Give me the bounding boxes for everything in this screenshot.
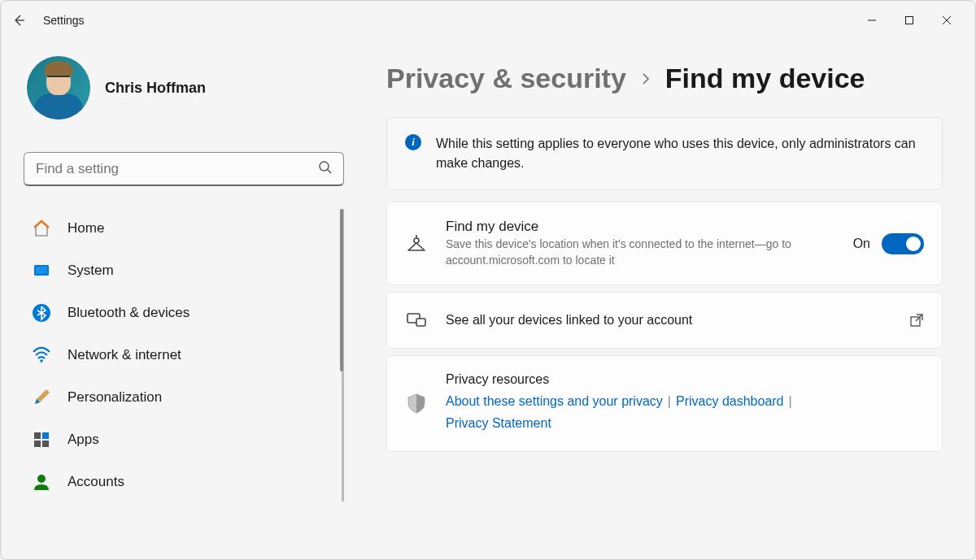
find-my-device-card: Find my device Save this device's locati… xyxy=(386,202,943,285)
svg-point-10 xyxy=(40,359,43,362)
svg-rect-12 xyxy=(42,432,49,439)
link-about-settings-privacy[interactable]: About these settings and your privacy xyxy=(446,394,663,408)
privacy-resources-card: Privacy resources About these settings a… xyxy=(386,355,943,451)
chevron-right-icon xyxy=(639,67,652,90)
sidebar-item-label: Home xyxy=(68,220,104,237)
main-content: Privacy & security Find my device i Whil… xyxy=(367,40,975,559)
svg-rect-8 xyxy=(36,267,47,274)
sidebar-item-bluetooth[interactable]: Bluetooth & devices xyxy=(24,293,342,332)
find-my-device-description: Save this device's location when it's co… xyxy=(446,237,835,268)
link-privacy-statement[interactable]: Privacy Statement xyxy=(446,416,551,430)
breadcrumb: Privacy & security Find my device xyxy=(386,63,943,94)
scrollbar[interactable] xyxy=(340,209,343,371)
svg-point-16 xyxy=(414,238,419,243)
shield-icon xyxy=(405,392,428,415)
location-pin-icon xyxy=(405,232,428,255)
find-my-device-toggle[interactable] xyxy=(882,233,924,254)
privacy-resources-links: About these settings and your privacy|Pr… xyxy=(446,390,924,434)
sidebar-item-label: Accounts xyxy=(68,474,124,490)
see-all-devices-card[interactable]: See all your devices linked to your acco… xyxy=(386,292,943,349)
svg-rect-14 xyxy=(42,441,49,447)
profile-name: Chris Hoffman xyxy=(105,80,206,97)
sidebar-item-system[interactable]: System xyxy=(24,251,342,290)
window-controls xyxy=(853,7,965,33)
nav-list: Home System Bluetooth & devices xyxy=(24,209,344,501)
privacy-resources-title: Privacy resources xyxy=(446,372,924,387)
titlebar: Settings xyxy=(1,1,975,40)
apps-icon xyxy=(32,430,51,449)
sidebar-item-network[interactable]: Network & internet xyxy=(24,336,342,375)
sidebar-item-label: Bluetooth & devices xyxy=(68,305,190,321)
titlebar-left: Settings xyxy=(11,12,85,28)
profile[interactable]: Chris Hoffman xyxy=(24,56,344,119)
personalization-icon xyxy=(32,388,51,407)
sidebar-item-label: Personalization xyxy=(68,389,162,406)
minimize-button[interactable] xyxy=(853,7,891,33)
maximize-button[interactable] xyxy=(891,7,928,33)
close-icon xyxy=(942,15,952,25)
arrow-left-icon xyxy=(11,13,26,28)
sidebar-item-accounts[interactable]: Accounts xyxy=(24,462,342,501)
svg-rect-2 xyxy=(906,17,913,24)
svg-rect-11 xyxy=(34,432,41,439)
search-input[interactable] xyxy=(24,152,344,186)
svg-point-5 xyxy=(320,162,329,171)
svg-rect-13 xyxy=(34,441,41,447)
search-box xyxy=(24,152,344,186)
minimize-icon xyxy=(867,15,877,25)
network-icon xyxy=(32,345,51,365)
close-button[interactable] xyxy=(928,7,965,33)
maximize-icon xyxy=(904,15,914,25)
sidebar-item-personalization[interactable]: Personalization xyxy=(24,378,342,417)
sidebar-item-label: Network & internet xyxy=(68,347,181,363)
system-icon xyxy=(32,261,51,280)
svg-line-6 xyxy=(328,170,332,174)
svg-rect-18 xyxy=(416,319,425,326)
bluetooth-icon xyxy=(32,303,51,323)
sidebar-item-label: Apps xyxy=(68,432,99,448)
open-external-icon xyxy=(909,313,924,328)
info-banner-text: While this setting applies to everyone w… xyxy=(436,134,924,173)
search-icon[interactable] xyxy=(318,160,333,178)
svg-point-15 xyxy=(37,475,46,483)
avatar xyxy=(27,56,90,119)
sidebar-item-apps[interactable]: Apps xyxy=(24,420,342,459)
see-all-devices-text: See all your devices linked to your acco… xyxy=(446,313,891,328)
link-privacy-dashboard[interactable]: Privacy dashboard xyxy=(676,394,784,408)
svg-line-20 xyxy=(916,315,922,321)
accounts-icon xyxy=(32,472,51,492)
home-icon xyxy=(32,219,51,238)
content: Chris Hoffman Home xyxy=(1,40,975,559)
info-banner: i While this setting applies to everyone… xyxy=(386,117,943,190)
toggle-state-label: On xyxy=(853,237,870,251)
app-title: Settings xyxy=(43,14,85,27)
info-icon: i xyxy=(405,134,421,150)
find-my-device-title: Find my device xyxy=(446,219,835,235)
sidebar-item-home[interactable]: Home xyxy=(24,209,342,248)
sidebar-item-label: System xyxy=(68,263,114,279)
breadcrumb-parent[interactable]: Privacy & security xyxy=(386,63,626,94)
sidebar: Chris Hoffman Home xyxy=(1,40,367,559)
back-button[interactable] xyxy=(11,12,27,28)
devices-icon xyxy=(405,309,428,332)
settings-window: Settings Chris Hoffman xyxy=(0,0,976,560)
page-title: Find my device xyxy=(665,63,865,94)
